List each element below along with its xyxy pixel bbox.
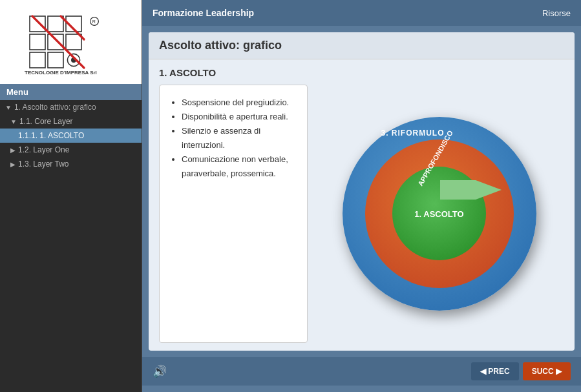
text-box: Sospensione del pregiudizio. Disponibili… [159, 85, 308, 343]
bullet-item-2: Disponibilità e apertura reali. [182, 110, 297, 124]
svg-rect-7 [48, 52, 63, 68]
sidebar-item-core-layer[interactable]: ▼ 1.1. Core Layer [0, 114, 142, 129]
main-content: Formazione Leadership Risorse Ascolto at… [142, 0, 581, 392]
company-logo: R TECNOLOGIE D'IMPRESA Srl [19, 10, 123, 74]
triangle-icon: ▼ [10, 118, 17, 125]
bullet-item-3: Silenzio e assenza di interruzioni. [182, 124, 297, 152]
diagram-area: 1. ASCOLTO APPROFONDISCO 3. RIFORMULO [314, 85, 564, 343]
content-area: Ascolto attivo: grafico 1. ASCOLTO Sospe… [149, 32, 575, 351]
svg-line-11 [61, 16, 84, 39]
audio-icon: 🔊 [153, 365, 167, 378]
triangle-icon: ▼ [5, 104, 12, 111]
svg-line-10 [32, 16, 84, 68]
audio-button[interactable]: 🔊 [153, 364, 167, 378]
logo-area: R TECNOLOGIE D'IMPRESA Srl [0, 0, 142, 84]
sidebar-item-layer-two[interactable]: ▶ 1.3. Layer Two [0, 157, 142, 171]
svg-text:R: R [92, 19, 95, 25]
bullet-list: Sospensione del pregiudizio. Disponibili… [170, 96, 297, 181]
bullet-item-1: Sospensione del pregiudizio. [182, 96, 297, 110]
sidebar-item-layer-one[interactable]: ▶ 1.2. Layer One [0, 143, 142, 157]
next-button[interactable]: SUCC ▶ [523, 362, 571, 380]
svg-rect-1 [48, 16, 63, 32]
svg-rect-5 [66, 34, 81, 50]
app-container: R TECNOLOGIE D'IMPRESA Srl Menu ▼ 1. Asc… [0, 0, 581, 392]
slide-row: Sospensione del pregiudizio. Disponibili… [159, 85, 564, 343]
circle-diagram: 1. ASCOLTO APPROFONDISCO 3. RIFORMULO [343, 117, 536, 311]
sidebar-item-ascolto[interactable]: 1.1.1. 1. ASCOLTO [0, 129, 142, 143]
slide-body: 1. ASCOLTO Sospensione del pregiudizio. … [149, 59, 575, 351]
slide-subtitle: 1. ASCOLTO [159, 67, 564, 78]
sidebar: R TECNOLOGIE D'IMPRESA Srl Menu ▼ 1. Asc… [0, 0, 142, 392]
svg-rect-6 [30, 52, 45, 68]
svg-rect-0 [30, 16, 45, 32]
triangle-icon: ▶ [10, 161, 16, 168]
svg-text:TECNOLOGIE D'IMPRESA Srl: TECNOLOGIE D'IMPRESA Srl [25, 70, 97, 74]
nav-buttons: ◀ PREC SUCC ▶ [471, 362, 571, 380]
app-title: Formazione Leadership [153, 8, 254, 18]
inner-green-circle [392, 167, 486, 260]
risorse-button[interactable]: Risorse [542, 8, 571, 18]
svg-rect-4 [48, 34, 63, 50]
top-bar: Formazione Leadership Risorse [142, 0, 581, 26]
prev-button[interactable]: ◀ PREC [471, 362, 519, 380]
svg-rect-3 [30, 34, 45, 50]
sidebar-item-root[interactable]: ▼ 1. Ascolto attivo: grafico [0, 100, 142, 114]
slide-header-title: Ascolto attivo: grafico [159, 39, 564, 52]
nav-tree: ▼ 1. Ascolto attivo: grafico ▼ 1.1. Core… [0, 100, 142, 392]
triangle-icon: ▶ [10, 147, 16, 154]
bullet-item-4: Comunicazione non verbale, paraverbale, … [182, 152, 297, 181]
bottom-bar: 🔊 ◀ PREC SUCC ▶ [142, 357, 581, 386]
slide-header: Ascolto attivo: grafico [149, 32, 575, 59]
menu-header: Menu [0, 84, 142, 100]
